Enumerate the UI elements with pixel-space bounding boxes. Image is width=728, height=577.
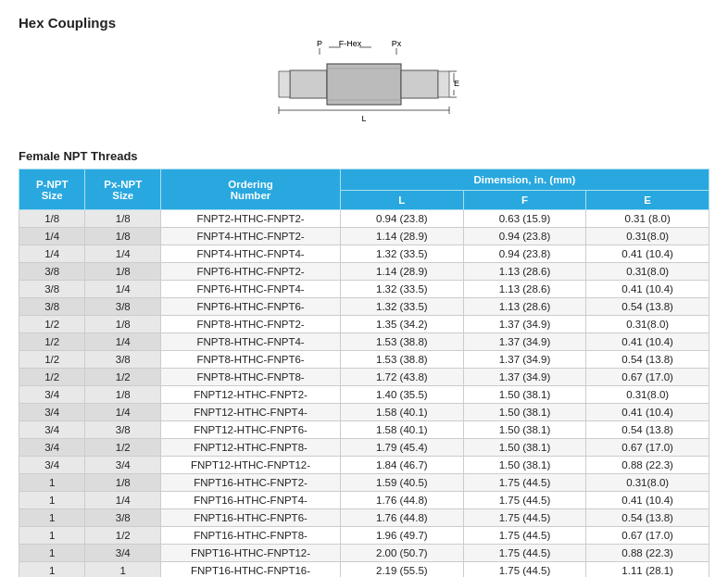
table-row: 1/21/4FNPT8-HTHC-FNPT4-1.53 (38.8)1.37 (…: [19, 333, 709, 351]
table-row: 13/4FNPT16-HTHC-FNPT12-2.00 (50.7)1.75 (…: [19, 545, 709, 562]
cell-pnpt: 1/8: [19, 210, 85, 228]
cell-f: 1.37 (34.9): [463, 369, 586, 386]
col-header-l: L: [340, 191, 463, 210]
table-row: 3/81/8FNPT6-HTHC-FNPT2-1.14 (28.9)1.13 (…: [19, 263, 709, 281]
cell-l: 1.53 (38.8): [340, 351, 463, 369]
table-row: 3/83/8FNPT6-HTHC-FNPT6-1.32 (33.5)1.13 (…: [19, 298, 709, 316]
cell-pnpt: 1/4: [19, 245, 85, 263]
cell-f: 1.50 (38.1): [463, 386, 586, 404]
cell-pxnpt: 1/8: [85, 263, 161, 281]
cell-pnpt: 1: [19, 509, 85, 527]
cell-pnpt: 1/2: [19, 316, 85, 333]
table-row: 3/41/2FNPT12-HTHC-FNPT8-1.79 (45.4)1.50 …: [19, 439, 709, 457]
cell-e: 0.41 (10.4): [586, 333, 709, 351]
cell-pxnpt: 1/4: [85, 245, 161, 263]
cell-f: 1.50 (38.1): [463, 457, 586, 474]
cell-pxnpt: 3/4: [85, 545, 161, 562]
cell-l: 1.14 (28.9): [340, 228, 463, 245]
cell-e: 0.54 (13.8): [586, 351, 709, 369]
cell-l: 1.96 (49.7): [340, 527, 463, 545]
cell-f: 1.50 (38.1): [463, 439, 586, 457]
table-row: 11/8FNPT16-HTHC-FNPT2-1.59 (40.5)1.75 (4…: [19, 474, 709, 492]
cell-pxnpt: 1/4: [85, 281, 161, 298]
cell-e: 0.88 (22.3): [586, 457, 709, 474]
cell-e: 0.41 (10.4): [586, 245, 709, 263]
cell-ordering: FNPT16-HTHC-FNPT4-: [161, 492, 341, 509]
cell-e: 0.31(8.0): [586, 386, 709, 404]
col-header-dimension: Dimension, in. (mm): [340, 169, 709, 191]
col-header-pnpt: P-NPTSize: [19, 169, 85, 210]
cell-pxnpt: 3/8: [85, 509, 161, 527]
table-row: 3/41/8FNPT12-HTHC-FNPT2-1.40 (35.5)1.50 …: [19, 386, 709, 404]
cell-pnpt: 1/2: [19, 333, 85, 351]
cell-pnpt: 3/8: [19, 281, 85, 298]
diagram-area: F-Hex P Px: [19, 38, 709, 140]
cell-pxnpt: 1/8: [85, 210, 161, 228]
cell-pxnpt: 1/8: [85, 474, 161, 492]
cell-f: 1.13 (28.6): [463, 263, 586, 281]
cell-l: 1.59 (40.5): [340, 474, 463, 492]
cell-l: 1.32 (33.5): [340, 281, 463, 298]
cell-pxnpt: 3/8: [85, 298, 161, 316]
col-header-f: F: [463, 191, 586, 210]
cell-ordering: FNPT12-HTHC-FNPT6-: [161, 421, 341, 439]
table-row: 3/43/4FNPT12-HTHC-FNPT12-1.84 (46.7)1.50…: [19, 457, 709, 474]
cell-ordering: FNPT16-HTHC-FNPT6-: [161, 509, 341, 527]
table-row: 1/23/8FNPT8-HTHC-FNPT6-1.53 (38.8)1.37 (…: [19, 351, 709, 369]
cell-e: 0.41 (10.4): [586, 492, 709, 509]
cell-pxnpt: 3/8: [85, 421, 161, 439]
cell-ordering: FNPT12-HTHC-FNPT8-: [161, 439, 341, 457]
cell-f: 1.75 (44.5): [463, 545, 586, 562]
cell-e: 0.67 (17.0): [586, 439, 709, 457]
cell-ordering: FNPT16-HTHC-FNPT12-: [161, 545, 341, 562]
cell-ordering: FNPT16-HTHC-FNPT16-: [161, 562, 341, 578]
page-title: Hex Couplings: [19, 15, 709, 31]
cell-l: 1.76 (44.8): [340, 492, 463, 509]
cell-ordering: FNPT8-HTHC-FNPT8-: [161, 369, 341, 386]
svg-text:L: L: [361, 114, 366, 123]
svg-text:E: E: [454, 79, 459, 88]
cell-ordering: FNPT8-HTHC-FNPT6-: [161, 351, 341, 369]
table-row: 3/43/8FNPT12-HTHC-FNPT6-1.58 (40.1)1.50 …: [19, 421, 709, 439]
cell-f: 1.75 (44.5): [463, 492, 586, 509]
cell-pxnpt: 1/4: [85, 404, 161, 421]
cell-e: 1.11 (28.1): [586, 562, 709, 578]
cell-f: 1.37 (34.9): [463, 351, 586, 369]
cell-l: 1.79 (45.4): [340, 439, 463, 457]
col-header-ordering: OrderingNumber: [161, 169, 341, 210]
cell-e: 0.31(8.0): [586, 316, 709, 333]
cell-pxnpt: 1/2: [85, 439, 161, 457]
cell-l: 1.32 (33.5): [340, 298, 463, 316]
cell-f: 1.13 (28.6): [463, 281, 586, 298]
svg-rect-18: [327, 64, 401, 105]
col-header-e: E: [586, 191, 709, 210]
cell-l: 2.00 (50.7): [340, 545, 463, 562]
cell-pnpt: 3/4: [19, 439, 85, 457]
cell-ordering: FNPT4-HTHC-FNPT4-: [161, 245, 341, 263]
cell-e: 0.67 (17.0): [586, 527, 709, 545]
cell-f: 0.94 (23.8): [463, 228, 586, 245]
hex-coupling-diagram: F-Hex P Px: [262, 38, 466, 140]
cell-pnpt: 3/8: [19, 263, 85, 281]
cell-ordering: FNPT8-HTHC-FNPT2-: [161, 316, 341, 333]
cell-f: 1.75 (44.5): [463, 562, 586, 578]
table-row: 13/8FNPT16-HTHC-FNPT6-1.76 (44.8)1.75 (4…: [19, 509, 709, 527]
cell-l: 1.84 (46.7): [340, 457, 463, 474]
cell-ordering: FNPT8-HTHC-FNPT4-: [161, 333, 341, 351]
cell-pnpt: 1: [19, 492, 85, 509]
svg-text:P: P: [317, 39, 322, 48]
table-row: 11/4FNPT16-HTHC-FNPT4-1.76 (44.8)1.75 (4…: [19, 492, 709, 509]
cell-f: 1.75 (44.5): [463, 474, 586, 492]
cell-l: 1.53 (38.8): [340, 333, 463, 351]
svg-rect-21: [401, 70, 438, 98]
cell-pnpt: 1/2: [19, 351, 85, 369]
cell-l: 1.76 (44.8): [340, 509, 463, 527]
table-row: 11/2FNPT16-HTHC-FNPT8-1.96 (49.7)1.75 (4…: [19, 527, 709, 545]
cell-e: 0.54 (13.8): [586, 298, 709, 316]
cell-ordering: FNPT6-HTHC-FNPT2-: [161, 263, 341, 281]
cell-pnpt: 3/4: [19, 386, 85, 404]
cell-ordering: FNPT16-HTHC-FNPT8-: [161, 527, 341, 545]
cell-l: 1.35 (34.2): [340, 316, 463, 333]
cell-e: 0.31 (8.0): [586, 210, 709, 228]
cell-pnpt: 1: [19, 527, 85, 545]
